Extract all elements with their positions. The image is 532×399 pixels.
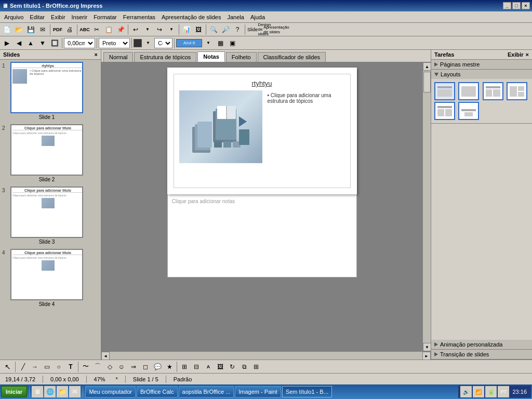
taskbar-item-1[interactable]: Meu computador [85,386,136,397]
slide-item-2[interactable]: 2 Clique para adicionar título Clique pa… [2,124,99,182]
apresent-button[interactable]: Apresentação de slides [271,24,282,35]
scroll-up-button[interactable]: ▲ [423,62,431,71]
slide-button[interactable]: Slide [247,24,258,35]
taskbar-icon2[interactable]: 🌐 [44,386,56,397]
notes-placeholder[interactable]: Clique para adicionar notas [172,198,352,204]
scroll-track-v[interactable] [423,71,431,343]
taskbar-item-2[interactable]: BrOffice Calc [137,386,178,397]
status-zoom-icon[interactable]: * [113,376,121,382]
layout-item-2[interactable] [458,82,479,100]
color1-combo[interactable]: Preto [99,38,130,48]
tab-folheto[interactable]: Folheto [226,52,257,62]
tb2-arrow1[interactable]: ▼ [142,37,154,49]
slide-canvas[interactable]: rtyhtyu [167,68,357,194]
layout-item-6[interactable] [458,102,479,120]
tb2-color1[interactable] [134,39,142,47]
tb2-btn5[interactable]: 🔲 [49,37,60,49]
menu-ajuda[interactable]: Ajuda [247,13,268,21]
maximize-button[interactable]: □ [512,2,521,9]
find-button[interactable]: 🔍 [208,24,219,35]
draw-blockarrow[interactable]: ⇒ [128,361,139,373]
draw-select[interactable]: ↖ [2,361,14,373]
find2-button[interactable]: 🔎 [220,24,231,35]
layout-item-5[interactable] [434,102,455,120]
slide-thumb-3[interactable]: Clique para adicionar título Clique para… [10,187,83,238]
cut-button[interactable]: ✂ [91,24,102,35]
taskbar-item-5[interactable]: Sem título1 - B... [282,386,332,397]
layout-item-3[interactable] [483,82,503,100]
draw-rotate[interactable]: ↻ [227,361,238,373]
systray-icon4[interactable]: PT [498,386,509,397]
tb2-arrow2[interactable]: ▼ [203,37,214,49]
draw-line[interactable]: ╱ [17,361,29,373]
paste-button[interactable]: 📌 [115,24,126,35]
slide-item-1[interactable]: 1 rtyhtyu • Clique para adicionar uma es… [2,62,99,120]
minimize-button[interactable]: _ [503,2,511,9]
menu-apresentacao[interactable]: Apresentação de slides [158,13,224,21]
tb2-btn3[interactable]: ▲ [25,37,36,49]
draw-textbox[interactable]: A [203,361,214,373]
taskbar-item-4[interactable]: Imagem - Paint [235,386,281,397]
tab-classificador[interactable]: Classificador de slides [258,52,326,62]
paginas-mestre-header[interactable]: Páginas mestre [431,60,532,69]
scroll-left-button[interactable]: ◄ [101,352,110,360]
scroll-thumb-v[interactable] [423,72,431,92]
draw-symbol[interactable]: ☺ [116,361,127,373]
exibir-label[interactable]: Exibir [508,51,524,58]
close-button[interactable]: × [522,2,530,9]
gallery-button[interactable]: 🖼 [193,24,204,35]
draw-arrow[interactable]: → [29,361,41,373]
tb2-btn4[interactable]: ▼ [37,37,48,49]
undo-drop[interactable]: ▼ [142,24,153,35]
draw-connect[interactable]: ⌒ [92,361,103,373]
tb2-extra2[interactable]: ▣ [227,37,238,49]
notes-box[interactable]: Clique para adicionar notas [167,194,357,277]
menu-janela[interactable]: Janela [224,13,247,21]
size-combo[interactable]: 0,00cm [64,38,95,48]
taskbar-icon3[interactable]: 📁 [57,386,68,397]
spell-button[interactable]: ABC [79,24,90,35]
draw-snap1[interactable]: ⊞ [179,361,190,373]
taskbar-icon1[interactable]: 🖥 [32,386,43,397]
draw-group[interactable]: ⧉ [238,361,250,373]
print-button[interactable]: 🖨 [64,24,75,35]
tab-estrutura[interactable]: Estrutura de tópicos [134,52,196,62]
tb2-btn1[interactable]: ▶ [1,37,12,49]
draw-flowchart[interactable]: ◻ [140,361,151,373]
menu-arquivo[interactable]: Arquivo [1,13,26,21]
transition-header[interactable]: Transição de slides [431,350,532,359]
systray-icon1[interactable]: 🔊 [460,386,472,397]
draw-star[interactable]: ★ [164,361,175,373]
draw-callout[interactable]: 💬 [152,361,163,373]
pdf-button[interactable]: PDF [52,24,63,35]
slide-thumb-1[interactable]: rtyhtyu • Clique para adicionar uma estr… [10,62,83,113]
redo-button[interactable]: ↪ [154,24,165,35]
systray-icon2[interactable]: 📶 [473,386,484,397]
scroll-right-button[interactable]: ► [422,352,431,360]
scroll-down-button[interactable]: ▼ [423,343,431,351]
slide-item-4[interactable]: 4 Clique para adicionar título Clique pa… [2,249,99,307]
draw-ellipse[interactable]: ○ [53,361,64,373]
slide-thumb-4[interactable]: Clique para adicionar título Clique para… [10,249,83,300]
start-button[interactable]: Iniciar [1,386,27,397]
menu-inserir[interactable]: Inserir [69,13,91,21]
open-button[interactable]: 📂 [13,24,24,35]
tb2-btn2[interactable]: ◀ [13,37,24,49]
systray-icon3[interactable]: 🔋 [485,386,497,397]
email-button[interactable]: ✉ [37,24,48,35]
save-button[interactable]: 💾 [25,24,36,35]
draw-text[interactable]: T [65,361,76,373]
help-button[interactable]: ? [232,24,243,35]
slide-thumb-2[interactable]: Clique para adicionar título Clique para… [10,124,83,176]
animation-header[interactable]: Animação personalizada [431,340,532,349]
draw-basic[interactable]: ◇ [104,361,115,373]
menu-ferramentas[interactable]: Ferramentas [120,13,158,21]
copy-button[interactable]: 📋 [103,24,114,35]
taskbar-icon4[interactable]: ✉ [69,386,81,397]
draw-image[interactable]: 🖼 [215,361,226,373]
draw-ungroup[interactable]: ⊞ [250,361,262,373]
slide-item-3[interactable]: 3 Clique para adicionar título Clique pa… [2,187,99,245]
taskbar-item-3[interactable]: aopstila BrOffice ... [179,386,234,397]
scroll-track-h[interactable] [110,352,422,360]
undo-button[interactable]: ↩ [130,24,141,35]
